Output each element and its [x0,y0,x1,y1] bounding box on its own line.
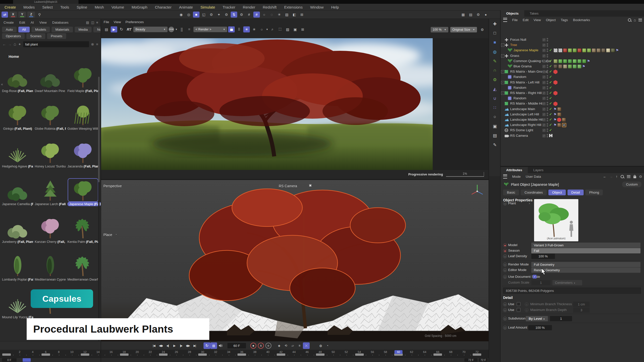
edit-toggle-icon[interactable]: ∕ [542,60,546,63]
material-tag-icon[interactable] [577,48,582,53]
asset-item-mediterranean-dwarf-[interactable]: Mediterranean Dwarf ... [67,254,99,282]
asset-scrollbar[interactable] [98,77,100,358]
home-icon[interactable]: ⌂ [14,42,16,47]
tab-attributes[interactable]: Attributes [501,167,528,173]
visibility-dots-icon[interactable] [547,97,548,101]
edit-toggle-icon[interactable]: ∕ [542,123,546,127]
om-menu-edit[interactable]: Edit [523,18,529,22]
asset-item-field-maple[interactable]: Field Maple (Fall, Plant) [67,66,99,93]
play-render-icon[interactable]: ▶ [111,26,117,32]
spline-pen-icon[interactable]: ✎ [491,58,499,65]
material-tag-icon[interactable] [558,64,562,69]
material-tag-icon[interactable] [577,59,582,63]
object-row-landscape-main[interactable]: Landscape Main∕✓⚑ [501,107,644,112]
asset-tab-auto[interactable]: Auto [2,27,17,32]
enabled-check-icon[interactable]: ✓ [549,96,552,100]
object-row-random[interactable]: ∷Random∕✓ [501,85,644,90]
channel-dropdown-icon[interactable]: ▼ [175,28,177,31]
phong-tag-icon[interactable]: ⚑ [616,48,619,53]
editor-mode-dropdown[interactable]: Render Geometry [531,267,640,273]
keying-settings-icon[interactable]: ⚙ [265,343,271,349]
material-tag-icon[interactable] [592,48,596,53]
object-row-random[interactable]: ∷Random∕✓ [501,74,644,80]
asset-thumbnail[interactable] [68,104,98,126]
keyframe-marker[interactable] [42,353,50,356]
material-tag-icon[interactable] [582,59,586,63]
asset-thumbnail[interactable] [36,66,65,88]
next-frame-icon[interactable]: |▶ [178,342,184,349]
enabled-check-icon[interactable]: ✓ [549,112,552,116]
asset-thumbnail[interactable] [3,104,32,126]
render-view-icon[interactable]: ◉ [178,12,184,18]
crop-icon[interactable]: ⌗ [186,26,192,32]
panel-menu-icon[interactable]: ≡ [96,21,98,24]
solo-off-icon[interactable]: ◍ [317,342,324,349]
redshift-material-icon[interactable] [553,91,557,96]
tab-takes[interactable]: Takes [524,10,544,17]
edit-toggle-icon[interactable]: ∕ [542,43,546,47]
current-frame-marker[interactable]: 60 [394,350,403,354]
object-row-landscape-right-hill[interactable]: Landscape Right Hill∕✓⚑⊘ [501,122,644,128]
attr-menu-user-data[interactable]: User Data [526,175,541,178]
key-parameter-icon[interactable]: ≡ [296,342,303,349]
asset-thumbnail[interactable] [3,254,32,277]
asset-menu-create[interactable]: Create [4,21,14,24]
section-tab-object[interactable]: Object [548,190,566,195]
enabled-check-icon[interactable]: ✓ [549,107,552,111]
asset-item-juneberry[interactable]: Juneberry (Fall, Plant) [2,217,33,244]
enabled-check-icon[interactable]: ✓ [549,128,552,132]
material-tag-icon[interactable] [557,123,561,127]
simulation-scene-icon[interactable]: ■ [193,12,199,18]
section-tab-coordinates[interactable]: Coordinates [521,190,547,195]
snap-grid-icon[interactable]: # [253,12,260,18]
render-slot-dropdown[interactable]: < Render >▼ [193,27,227,32]
object-row-landscape-left-hill[interactable]: Landscape Left Hill∕✓⚑ [501,112,644,117]
asset-tab-presets[interactable]: Presets [47,33,66,39]
visibility-dots-icon[interactable] [547,91,548,95]
menu-select[interactable]: Select [42,5,53,9]
menu-mesh[interactable]: Mesh [95,5,104,9]
layout-icon[interactable]: ⇄ [2,12,8,18]
snapshot-icon[interactable]: ✳ [243,26,250,32]
menu-tools[interactable]: Tools [60,5,69,9]
visibility-dots-icon[interactable] [547,123,548,127]
force-icon[interactable]: ✦ [216,12,222,18]
asset-thumbnail[interactable] [36,141,65,163]
object-row-rs-camera[interactable]: RS Camera∕ [501,133,644,139]
edit-toggle-icon[interactable]: ∕ [542,75,546,79]
object-row-japanese-maple[interactable]: Japanese Maple∕✓⚑ [501,48,644,53]
asset-item-globe-robinia[interactable]: Globe Robinia (Fall, Pl... [35,104,66,131]
attr-menu-mode[interactable]: Mode [512,175,521,178]
visibility-dots-icon[interactable] [547,118,548,122]
asset-item-hedgehog-agave[interactable]: Hedgehog Agave (Fall... [2,141,33,168]
generator-icon[interactable]: ⚙ [491,76,499,83]
alpha-icon[interactable]: ⣿ [178,26,185,32]
asset-tab-operators[interactable]: Operators [2,33,25,39]
menu-volume[interactable]: Volume [111,5,124,9]
array-icon[interactable]: ∷ [491,104,499,111]
search-icon[interactable] [628,18,631,22]
edit-toggle-icon[interactable]: ∕ [542,97,546,100]
expand-toggle-icon[interactable]: - [501,54,504,58]
rt-label[interactable]: RT [127,27,131,31]
asset-thumbnail[interactable] [36,179,65,201]
zoom-level-dropdown[interactable]: 100 %▼ [431,27,448,32]
tab-objects[interactable]: Objects [501,10,524,17]
visibility-dots-icon[interactable] [547,102,548,106]
menu-help[interactable]: Help [331,5,339,9]
asset-tab-materials[interactable]: Materials [52,27,73,32]
use-min-checkbox[interactable] [517,302,520,306]
search-input[interactable] [23,41,89,47]
visibility-dots-icon[interactable] [547,134,548,138]
phong-tag-icon[interactable]: ⚑ [553,112,557,117]
object-row-focus-null[interactable]: Focus Null∕ [501,37,644,42]
phong-tag-icon[interactable]: ⚑ [553,118,557,122]
subdivision-field[interactable]: 1 [550,316,572,321]
visibility-dots-icon[interactable] [547,86,548,90]
document-tab[interactable]: Laubwerk@Maple16 [13,0,78,4]
material-tag-icon[interactable] [558,59,562,63]
visibility-dots-icon[interactable] [547,65,548,69]
range-end-field[interactable]: 72 F [464,358,477,362]
enabled-check-icon[interactable]: ✓ [549,91,552,95]
material-tag-icon[interactable] [601,48,606,53]
